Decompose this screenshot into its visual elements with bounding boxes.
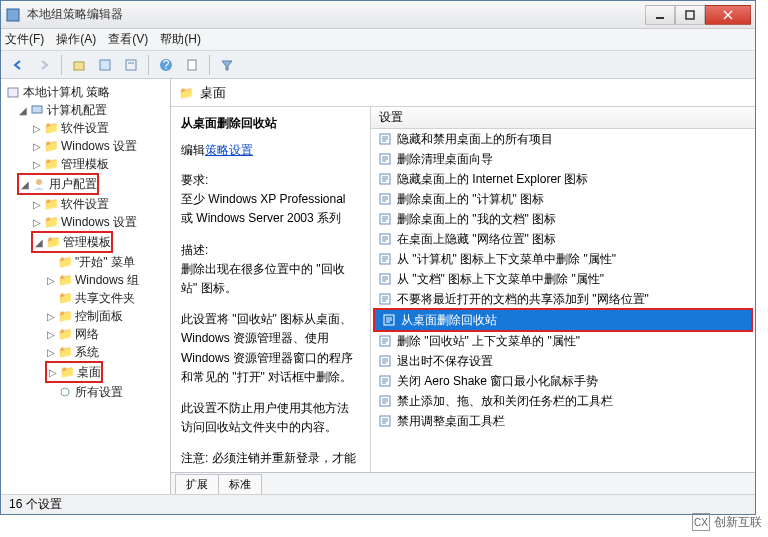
policy-icon bbox=[5, 85, 21, 99]
tab-standard[interactable]: 标准 bbox=[218, 474, 262, 494]
expand-icon[interactable]: ▷ bbox=[31, 123, 43, 134]
setting-item[interactable]: 从桌面删除回收站 bbox=[375, 310, 751, 330]
setting-item-label: 不要将最近打开的文档的共享添加到 "网络位置" bbox=[397, 291, 649, 308]
highlight-admin-templates: ◢📁管理模板 bbox=[31, 231, 113, 253]
tree-all-settings[interactable]: 所有设置 bbox=[3, 383, 168, 401]
expand-icon[interactable]: ▷ bbox=[47, 367, 59, 378]
expand-icon[interactable]: ▷ bbox=[31, 141, 43, 152]
show-hide-button[interactable] bbox=[94, 54, 116, 76]
back-button[interactable] bbox=[7, 54, 29, 76]
tab-extended[interactable]: 扩展 bbox=[175, 474, 219, 494]
tree-uc-templates[interactable]: ◢📁管理模板 bbox=[33, 233, 111, 251]
setting-item-label: 禁止添加、拖、放和关闭任务栏的工具栏 bbox=[397, 393, 613, 410]
watermark-icon: CX bbox=[692, 513, 710, 531]
tree-uc-windows[interactable]: ▷📁Windows 设置 bbox=[3, 213, 168, 231]
tree-system[interactable]: ▷📁系统 bbox=[3, 343, 168, 361]
setting-item[interactable]: 删除 "回收站" 上下文菜单的 "属性" bbox=[371, 331, 755, 351]
tree-desktop[interactable]: ▷📁桌面 bbox=[47, 363, 101, 381]
settings-icon bbox=[57, 385, 73, 399]
collapse-icon[interactable]: ◢ bbox=[33, 237, 45, 248]
menu-file[interactable]: 文件(F) bbox=[5, 31, 44, 48]
tree-windows-group[interactable]: ▷📁Windows 组 bbox=[3, 271, 168, 289]
statusbar: 16 个设置 bbox=[1, 494, 755, 514]
svg-rect-2 bbox=[686, 11, 694, 19]
setting-item[interactable]: 删除桌面上的 "我的文档" 图标 bbox=[371, 209, 755, 229]
setting-item[interactable]: 从 "计算机" 图标上下文菜单中删除 "属性" bbox=[371, 249, 755, 269]
menu-view[interactable]: 查看(V) bbox=[108, 31, 148, 48]
folder-icon: 📁 bbox=[57, 327, 73, 341]
filter-button[interactable] bbox=[216, 54, 238, 76]
tree-start-menu[interactable]: 📁"开始" 菜单 bbox=[3, 253, 168, 271]
policy-title: 从桌面删除回收站 bbox=[181, 115, 360, 132]
svg-point-15 bbox=[61, 388, 69, 396]
folder-icon: 📁 bbox=[57, 345, 73, 359]
menubar: 文件(F) 操作(A) 查看(V) 帮助(H) bbox=[1, 29, 755, 51]
edit-policy-link[interactable]: 策略设置 bbox=[205, 143, 253, 157]
svg-rect-7 bbox=[126, 60, 136, 70]
menu-action[interactable]: 操作(A) bbox=[56, 31, 96, 48]
tree-user-config[interactable]: ◢用户配置 bbox=[19, 175, 97, 193]
gpedit-window: 本地组策略编辑器 文件(F) 操作(A) 查看(V) 帮助(H) ? 本地计算机… bbox=[0, 0, 756, 515]
svg-rect-5 bbox=[74, 62, 84, 70]
close-button[interactable] bbox=[705, 5, 751, 25]
tree-pane[interactable]: 本地计算机 策略 ◢计算机配置 ▷📁软件设置 ▷📁Windows 设置 ▷📁管理… bbox=[1, 79, 171, 494]
setting-item[interactable]: 关闭 Aero Shake 窗口最小化鼠标手势 bbox=[371, 371, 755, 391]
expand-icon[interactable]: ▷ bbox=[31, 159, 43, 170]
settings-header[interactable]: 设置 bbox=[371, 107, 755, 129]
setting-item[interactable]: 删除桌面上的 "计算机" 图标 bbox=[371, 189, 755, 209]
right-title: 桌面 bbox=[200, 84, 226, 102]
folder-icon: 📁 bbox=[43, 215, 59, 229]
highlight-user-config: ◢用户配置 bbox=[17, 173, 99, 195]
expand-icon[interactable]: ▷ bbox=[31, 199, 43, 210]
svg-rect-0 bbox=[7, 9, 19, 21]
tree-control-panel[interactable]: ▷📁控制面板 bbox=[3, 307, 168, 325]
folder-icon: 📁 bbox=[43, 121, 59, 135]
maximize-button[interactable] bbox=[675, 5, 705, 25]
setting-item[interactable]: 禁用调整桌面工具栏 bbox=[371, 411, 755, 431]
tree-cc-templates[interactable]: ▷📁管理模板 bbox=[3, 155, 168, 173]
tree-computer-config[interactable]: ◢计算机配置 bbox=[3, 101, 168, 119]
up-button[interactable] bbox=[68, 54, 90, 76]
watermark-text: 创新互联 bbox=[714, 514, 762, 531]
setting-item[interactable]: 删除清理桌面向导 bbox=[371, 149, 755, 169]
expand-icon[interactable]: ▷ bbox=[31, 217, 43, 228]
settings-list[interactable]: 隐藏和禁用桌面上的所有项目删除清理桌面向导隐藏桌面上的 Internet Exp… bbox=[371, 129, 755, 472]
setting-item-label: 禁用调整桌面工具栏 bbox=[397, 413, 505, 430]
settings-list-panel: 设置 隐藏和禁用桌面上的所有项目删除清理桌面向导隐藏桌面上的 Internet … bbox=[371, 107, 755, 472]
tree-root[interactable]: 本地计算机 策略 bbox=[3, 83, 168, 101]
setting-item[interactable]: 不要将最近打开的文档的共享添加到 "网络位置" bbox=[371, 289, 755, 309]
folder-icon: 📁 bbox=[59, 365, 75, 379]
minimize-button[interactable] bbox=[645, 5, 675, 25]
setting-item[interactable]: 隐藏桌面上的 Internet Explorer 图标 bbox=[371, 169, 755, 189]
export-button[interactable] bbox=[120, 54, 142, 76]
expand-icon[interactable]: ▷ bbox=[45, 311, 57, 322]
tree-shared-folders[interactable]: 📁共享文件夹 bbox=[3, 289, 168, 307]
expand-icon[interactable]: ▷ bbox=[45, 329, 57, 340]
folder-icon: 📁 bbox=[57, 309, 73, 323]
expand-icon[interactable]: ▷ bbox=[45, 347, 57, 358]
svg-rect-11 bbox=[188, 60, 196, 70]
collapse-icon[interactable]: ◢ bbox=[19, 179, 31, 190]
help-button[interactable]: ? bbox=[155, 54, 177, 76]
tree-cc-software[interactable]: ▷📁软件设置 bbox=[3, 119, 168, 137]
setting-item-label: 删除 "回收站" 上下文菜单的 "属性" bbox=[397, 333, 580, 350]
setting-item-label: 在桌面上隐藏 "网络位置" 图标 bbox=[397, 231, 556, 248]
desc-text-3: 此设置不防止用户使用其他方法访问回收站文件夹中的内容。 bbox=[181, 399, 360, 437]
setting-item[interactable]: 隐藏和禁用桌面上的所有项目 bbox=[371, 129, 755, 149]
watermark: CX 创新互联 bbox=[692, 513, 762, 531]
policy-item-icon bbox=[377, 213, 393, 225]
menu-help[interactable]: 帮助(H) bbox=[160, 31, 201, 48]
forward-button[interactable] bbox=[33, 54, 55, 76]
collapse-icon[interactable]: ◢ bbox=[17, 105, 29, 116]
tree-cc-windows[interactable]: ▷📁Windows 设置 bbox=[3, 137, 168, 155]
expand-icon[interactable]: ▷ bbox=[45, 275, 57, 286]
setting-item[interactable]: 在桌面上隐藏 "网络位置" 图标 bbox=[371, 229, 755, 249]
tree-uc-software[interactable]: ▷📁软件设置 bbox=[3, 195, 168, 213]
view-tabs: 扩展 标准 bbox=[171, 472, 755, 494]
setting-item[interactable]: 禁止添加、拖、放和关闭任务栏的工具栏 bbox=[371, 391, 755, 411]
setting-item[interactable]: 从 "文档" 图标上下文菜单中删除 "属性" bbox=[371, 269, 755, 289]
app-icon bbox=[5, 7, 21, 23]
properties-button[interactable] bbox=[181, 54, 203, 76]
tree-network[interactable]: ▷📁网络 bbox=[3, 325, 168, 343]
setting-item[interactable]: 退出时不保存设置 bbox=[371, 351, 755, 371]
